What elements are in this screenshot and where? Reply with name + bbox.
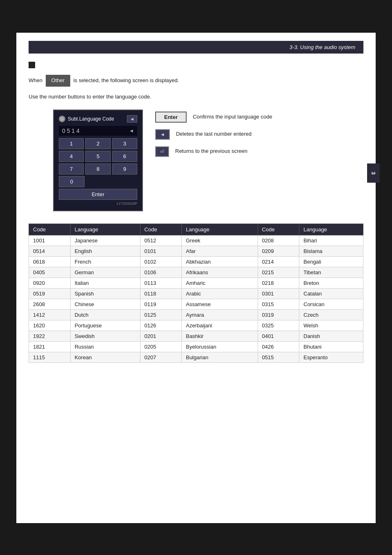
numpad-btn-4[interactable]: 4	[59, 151, 84, 162]
return-description: Returns to the previous screen	[175, 147, 247, 156]
table-cell-1-4: 0209	[258, 246, 299, 256]
table-cell-2-3: Abkhazian	[182, 256, 258, 267]
table-cell-11-0: 1115	[29, 352, 71, 363]
white-content-area: 3-3. Using the audio system 3 When Other…	[16, 33, 376, 523]
screen-back-btn[interactable]: ◄	[127, 115, 137, 123]
table-cell-0-1: Japanese	[70, 235, 140, 246]
table-cell-2-5: Bengali	[299, 256, 363, 267]
table-body: 1001Japanese0512Greek0208Bihari0514Engli…	[29, 235, 363, 363]
table-cell-5-3: Arabic	[182, 288, 258, 299]
table-cell-0-0: 1001	[29, 235, 71, 246]
table-cell-1-0: 0514	[29, 246, 71, 256]
bullet-icon	[29, 62, 35, 68]
table-cell-7-5: Czech	[299, 309, 363, 320]
table-row: 1412Dutch0125Aymara0319Czech	[29, 309, 363, 320]
table-cell-4-4: 0218	[258, 278, 299, 288]
enter-button[interactable]: Enter	[155, 112, 187, 123]
table-cell-8-5: Welsh	[299, 320, 363, 331]
table-cell-0-5: Bihari	[299, 235, 363, 246]
backspace-description: Deletes the last number entered	[176, 130, 252, 139]
table-cell-6-3: Assamese	[182, 299, 258, 309]
table-cell-4-5: Breton	[299, 278, 363, 288]
language-table: Code Language Code Language Code Languag…	[29, 224, 363, 363]
table-cell-4-0: 0920	[29, 278, 71, 288]
numpad-btn-1[interactable]: 1	[59, 138, 84, 149]
return-control-row: ⏎ Returns to the previous screen	[155, 146, 272, 157]
table-row: 1922Swedish0201Bashkir0401Danish	[29, 331, 363, 341]
cd-icon	[59, 116, 65, 122]
table-row: 1620Portuguese0126Azerbaijani0325Welsh	[29, 320, 363, 331]
table-cell-9-0: 1922	[29, 331, 71, 341]
table-cell-3-4: 0215	[258, 267, 299, 278]
table-cell-9-1: Swedish	[70, 331, 140, 341]
table-cell-10-3: Byelorussian	[182, 341, 258, 352]
section-tab: 3	[367, 163, 380, 183]
table-cell-5-0: 0519	[29, 288, 71, 299]
table-header: Code Language Code Language Code Languag…	[29, 224, 363, 235]
screen-title-text: Subt.Language Code	[68, 116, 114, 122]
other-button-label[interactable]: Other	[46, 75, 71, 87]
table-cell-11-4: 0515	[258, 352, 299, 363]
table-cell-7-4: 0319	[258, 309, 299, 320]
table-cell-6-5: Corsican	[299, 299, 363, 309]
table-cell-6-4: 0315	[258, 299, 299, 309]
table-cell-11-5: Esperanto	[299, 352, 363, 363]
table-cell-3-5: Tibetan	[299, 267, 363, 278]
numpad-btn-9[interactable]: 9	[112, 163, 137, 175]
table-cell-10-4: 0426	[258, 341, 299, 352]
table-cell-4-1: Italian	[70, 278, 140, 288]
table-cell-6-0: 2608	[29, 299, 71, 309]
table-cell-8-2: 0126	[140, 320, 182, 331]
side-controls-area: Enter Confirms the input language code ◄…	[155, 112, 272, 157]
col-header-lang-3: Language	[299, 224, 363, 235]
table-cell-2-4: 0214	[258, 256, 299, 267]
table-cell-0-4: 0208	[258, 235, 299, 246]
table-cell-11-1: Korean	[70, 352, 140, 363]
table-cell-10-5: Bhutani	[299, 341, 363, 352]
table-cell-2-2: 0102	[140, 256, 182, 267]
table-cell-8-3: Azerbaijani	[182, 320, 258, 331]
numpad-grid: 1 2 3 4 5 6 7 8 9	[59, 138, 137, 175]
screen-mockup: Subt.Language Code ◄ 0 5 1 4 ◄ 1 2 3 4 5…	[53, 110, 143, 211]
table-row: 0920Italian0113Amharic0218Breton	[29, 278, 363, 288]
col-header-code-3: Code	[258, 224, 299, 235]
table-row: 0618French0102Abkhazian0214Bengali	[29, 256, 363, 267]
table-cell-3-3: Afrikaans	[182, 267, 258, 278]
table-cell-3-2: 0106	[140, 267, 182, 278]
table-cell-8-0: 1620	[29, 320, 71, 331]
table-row: 2608Chinese0119Assamese0315Corsican	[29, 299, 363, 309]
backspace-indicator[interactable]: ◄	[155, 129, 170, 140]
table-cell-7-0: 1412	[29, 309, 71, 320]
screen-backspace-icon: ◄	[129, 128, 134, 134]
table-cell-5-5: Catalan	[299, 288, 363, 299]
screen-title: Subt.Language Code	[59, 116, 114, 122]
table-cell-10-1: Russian	[70, 341, 140, 352]
instruction-line2: Use the number buttons to enter the lang…	[29, 93, 363, 101]
table-cell-2-1: French	[70, 256, 140, 267]
numpad-btn-5[interactable]: 5	[85, 151, 110, 162]
bottom-black-bar: carmanualonline.info	[0, 523, 392, 555]
table-cell-4-2: 0113	[140, 278, 182, 288]
table-cell-0-3: Greek	[182, 235, 258, 246]
header-bar: 3-3. Using the audio system	[29, 41, 363, 54]
numpad-enter-btn[interactable]: Enter	[59, 189, 137, 200]
enter-description: Confirms the input language code	[193, 113, 272, 121]
col-header-code-1: Code	[29, 224, 71, 235]
return-indicator[interactable]: ⏎	[155, 146, 169, 157]
screen-code-display: 0 5 1 4 ◄	[59, 126, 137, 136]
numpad-btn-6[interactable]: 6	[112, 151, 137, 162]
top-black-bar	[0, 0, 392, 33]
numpad-btn-7[interactable]: 7	[59, 163, 84, 175]
numpad-btn-2[interactable]: 2	[85, 138, 110, 149]
numpad-btn-8[interactable]: 8	[85, 163, 110, 175]
table-cell-4-3: Amharic	[182, 278, 258, 288]
table-cell-1-5: Bislama	[299, 246, 363, 256]
table-row: 1821Russian0205Byelorussian0426Bhutani	[29, 341, 363, 352]
table-cell-3-1: German	[70, 267, 140, 278]
table-row: 0514English0101Afar0209Bislama	[29, 246, 363, 256]
table-cell-3-0: 0405	[29, 267, 71, 278]
numpad-btn-0[interactable]: 0	[59, 176, 85, 187]
numpad-btn-3[interactable]: 3	[112, 138, 137, 149]
table-cell-7-3: Aymara	[182, 309, 258, 320]
table-cell-9-2: 0201	[140, 331, 182, 341]
